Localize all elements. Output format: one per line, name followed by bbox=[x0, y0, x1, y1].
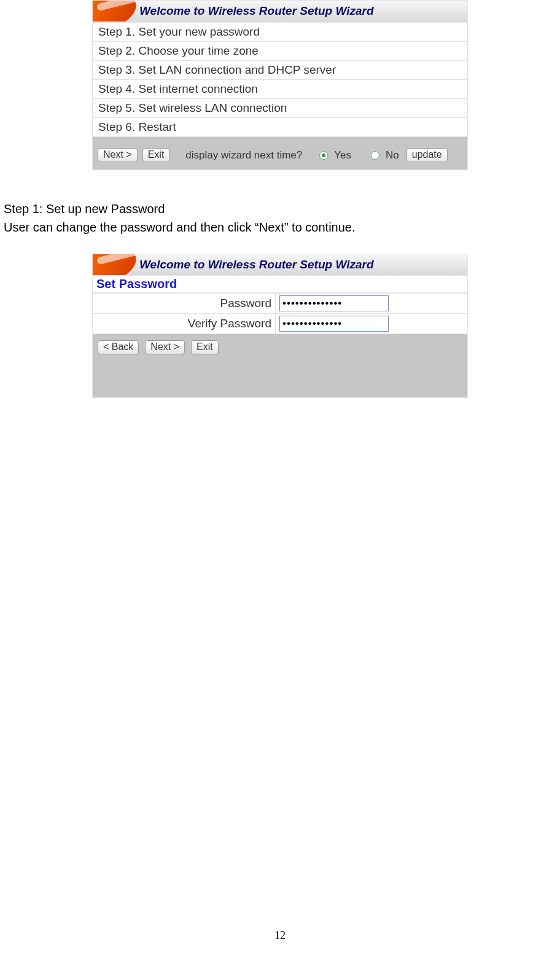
step-row: Step 2. Choose your time zone bbox=[93, 42, 467, 61]
wizard-button-bar: Next > Exit display wizard next time? Ye… bbox=[93, 137, 467, 170]
radio-no[interactable] bbox=[371, 151, 379, 160]
step-row: Step 6. Restart bbox=[93, 118, 467, 137]
password-row: Password bbox=[93, 293, 467, 313]
next-button[interactable]: Next > bbox=[98, 148, 138, 162]
exit-button[interactable]: Exit bbox=[191, 340, 219, 354]
update-button[interactable]: update bbox=[406, 148, 448, 162]
wizard-button-bar-2: < Back Next > Exit bbox=[93, 334, 467, 397]
verify-password-row: Verify Password bbox=[93, 313, 467, 334]
step-row: Step 1. Set your new password bbox=[93, 23, 467, 42]
page-number: 12 bbox=[0, 929, 560, 942]
steps-table: Step 1. Set your new password Step 2. Ch… bbox=[93, 22, 467, 137]
radio-no-label: No bbox=[386, 149, 399, 162]
verify-password-input[interactable] bbox=[279, 316, 389, 332]
banner-swoosh-graphic bbox=[93, 254, 136, 275]
banner-title: Welcome to Wireless Router Setup Wizard bbox=[139, 258, 374, 271]
exit-button[interactable]: Exit bbox=[142, 148, 170, 162]
next-button[interactable]: Next > bbox=[145, 340, 185, 354]
banner-swoosh-graphic bbox=[93, 1, 136, 21]
step-row: Step 5. Set wireless LAN connection bbox=[93, 99, 467, 118]
step1-body: User can change the password and then cl… bbox=[4, 218, 560, 236]
wizard-steps-panel: Welcome to Wireless Router Setup Wizard … bbox=[92, 0, 468, 170]
step1-heading: Step 1: Set up new Password bbox=[4, 200, 560, 218]
display-wizard-question: display wizard next time? bbox=[185, 149, 302, 162]
password-input[interactable] bbox=[279, 295, 389, 311]
back-button[interactable]: < Back bbox=[98, 340, 139, 354]
wizard-banner: Welcome to Wireless Router Setup Wizard bbox=[93, 1, 467, 22]
banner-title: Welcome to Wireless Router Setup Wizard bbox=[139, 4, 374, 18]
wizard-banner: Welcome to Wireless Router Setup Wizard bbox=[93, 254, 467, 276]
radio-yes[interactable] bbox=[319, 151, 328, 160]
doc-text-block: Step 1: Set up new Password User can cha… bbox=[4, 200, 560, 236]
step-row: Step 3. Set LAN connection and DHCP serv… bbox=[93, 61, 467, 80]
radio-yes-label: Yes bbox=[334, 149, 351, 162]
section-title: Set Password bbox=[93, 276, 467, 293]
step-row: Step 4. Set internet connection bbox=[93, 80, 467, 99]
password-label: Password bbox=[93, 294, 276, 313]
verify-password-label: Verify Password bbox=[93, 314, 276, 333]
set-password-panel: Welcome to Wireless Router Setup Wizard … bbox=[92, 254, 468, 398]
